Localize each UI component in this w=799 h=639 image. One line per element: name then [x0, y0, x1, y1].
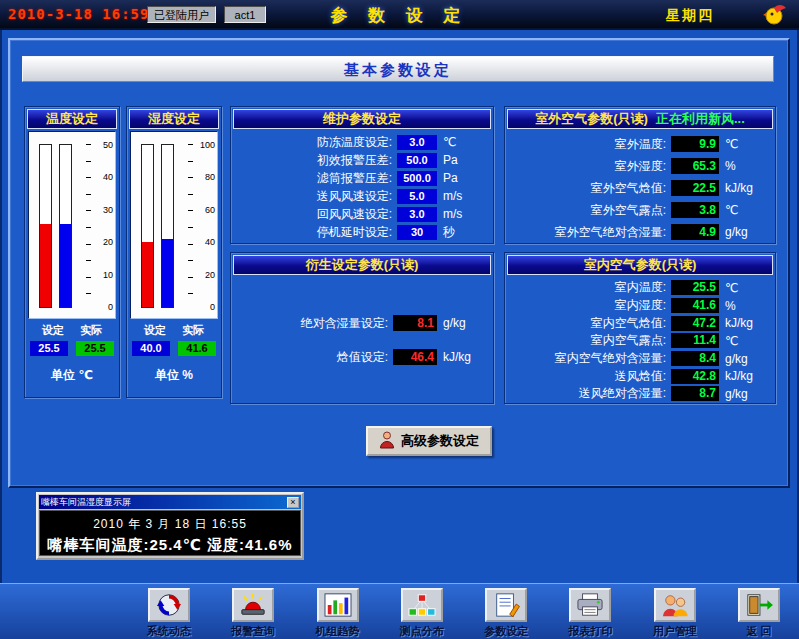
temperature-values: 25.5 25.5: [25, 341, 119, 356]
param-unit: g/kg: [437, 316, 489, 330]
param-label: 室外湿度:: [509, 158, 666, 175]
param-unit: %: [719, 299, 771, 313]
param-setpoint[interactable]: 3.0: [397, 207, 437, 222]
param-row: 滤筒报警压差: 500.0 Pa: [235, 169, 489, 187]
param-unit: ℃: [719, 203, 771, 217]
param-row: 防冻温度设定: 3.0 ℃: [235, 133, 489, 151]
param-readout: 42.8: [671, 369, 719, 384]
main-panel: 基本参数设定 温度设定 50 40 30 20 10 0 设定 实际: [8, 38, 790, 488]
param-label: 室外空气露点:: [509, 202, 666, 219]
param-unit: Pa: [437, 153, 489, 167]
person-icon: [379, 431, 395, 452]
param-unit: m/s: [437, 189, 489, 203]
param-unit: m/s: [437, 207, 489, 221]
param-unit: ℃: [719, 334, 771, 348]
users-icon: [654, 588, 696, 622]
param-setpoint[interactable]: 3.0: [397, 135, 437, 150]
parameter-form-icon: [485, 588, 527, 622]
param-label: 室内空气绝对含湿量:: [509, 350, 666, 367]
param-row: 送风绝对含湿量: 8.7 g/kg: [509, 385, 771, 403]
taskbar-button-system-status[interactable]: 系统动态: [136, 588, 202, 639]
logo-icon: [763, 3, 789, 31]
temperature-panel-title-text: 温度设定: [46, 109, 98, 129]
param-readout: 8.7: [671, 386, 719, 401]
topbar: 2010-3-18 16:59:25 已登陆用户 act1 参 数 设 定 星期…: [0, 0, 799, 30]
param-setpoint[interactable]: 5.0: [397, 189, 437, 204]
outdoor-panel: 室外空气参数(只读) 正在利用新风... 室外温度: 9.9 ℃ 室外湿度: 6…: [504, 106, 776, 244]
param-unit: ℃: [719, 137, 771, 151]
derived-panel: 衍生设定参数(只读) 绝对含湿量设定: 8.1 g/kg 焓值设定: 46.4 …: [230, 252, 494, 404]
param-label: 绝对含湿量设定:: [235, 315, 388, 332]
exit-door-icon: [738, 588, 780, 622]
taskbar-button-report-print[interactable]: 报表打印: [557, 588, 623, 639]
temperature-scale-ticks: [86, 144, 91, 308]
param-unit: %: [719, 159, 771, 173]
param-row: 初效报警压差: 50.0 Pa: [235, 151, 489, 169]
humidity-set-actual-labels: 设定 实际: [127, 323, 221, 338]
param-readout: 9.9: [671, 136, 719, 152]
param-readout: 25.5: [671, 280, 719, 295]
param-readout: 8.1: [393, 315, 437, 331]
param-label: 初效报警压差:: [235, 152, 392, 169]
param-label: 室内空气露点:: [509, 332, 666, 349]
taskbar-button-parameter-settings[interactable]: 参数设定: [473, 588, 539, 639]
param-setpoint[interactable]: 500.0: [397, 171, 437, 186]
param-readout: 4.9: [671, 224, 719, 240]
param-label: 室内湿度:: [509, 297, 666, 314]
system-dynamics-icon: [148, 588, 190, 622]
maintenance-rows: 防冻温度设定: 3.0 ℃ 初效报警压差: 50.0 Pa 滤筒报警压差: 50…: [235, 133, 489, 241]
param-row: 室内空气绝对含湿量: 8.4 g/kg: [509, 350, 771, 368]
param-row: 室内空气焓值: 47.2 kJ/kg: [509, 314, 771, 332]
taskbar-button-point-map[interactable]: 测点分布: [389, 588, 455, 639]
param-setpoint[interactable]: 30: [397, 225, 437, 240]
param-row: 室外温度: 9.9 ℃: [509, 133, 771, 155]
param-label: 滤筒报警压差:: [235, 170, 392, 187]
param-row: 室内温度: 25.5 ℃: [509, 279, 771, 297]
temperature-set-actual-labels: 设定 实际: [25, 323, 119, 338]
param-unit: kJ/kg: [719, 316, 771, 330]
popup-body: 2010 年 3 月 18 日 16:55 嘴棒车间温度:25.4℃ 湿度:41…: [39, 510, 301, 556]
param-setpoint[interactable]: 50.0: [397, 153, 437, 168]
param-label: 焓值设定:: [235, 349, 388, 366]
login-status-badge: 已登陆用户: [147, 6, 216, 23]
param-label: 防冻温度设定:: [235, 134, 392, 151]
indoor-rows: 室内温度: 25.5 ℃ 室内湿度: 41.6 % 室内空气焓值: 47.2 k…: [509, 279, 771, 401]
param-unit: g/kg: [719, 225, 771, 239]
humidity-panel: 湿度设定 100 80 60 40 20 0 设定 实际 40.0: [126, 106, 222, 398]
printer-icon: [569, 588, 611, 622]
param-unit: Pa: [437, 171, 489, 185]
taskbar-button-unit-trends[interactable]: 机组趋势: [305, 588, 371, 639]
temperature-gauge: 50 40 30 20 10 0: [28, 131, 116, 319]
advanced-params-button[interactable]: 高级参数设定: [366, 426, 492, 456]
temperature-panel-title: 温度设定: [27, 109, 117, 129]
param-label: 停机延时设定:: [235, 224, 392, 241]
param-row: 回风风速设定: 3.0 m/s: [235, 205, 489, 223]
param-unit: kJ/kg: [437, 350, 489, 364]
param-label: 室外空气绝对含湿量:: [509, 224, 666, 241]
alarm-icon: [232, 588, 274, 622]
taskbar: 系统动态 报警查询: [0, 583, 799, 639]
humidity-set-value[interactable]: 40.0: [132, 341, 170, 356]
humidity-actual-bar: [161, 144, 174, 308]
taskbar-button-return[interactable]: 返 回: [726, 588, 792, 639]
param-label: 送风焓值:: [509, 368, 666, 385]
popup-reading-line: 嘴棒车间温度:25.4℃ 湿度:41.6%: [40, 536, 300, 555]
param-row: 送风风速设定: 5.0 m/s: [235, 187, 489, 205]
taskbar-button-user-management[interactable]: 用户管理: [642, 588, 708, 639]
indoor-panel: 室内空气参数(只读) 室内温度: 25.5 ℃ 室内湿度: 41.6 % 室内空…: [504, 252, 776, 404]
account-badge: act1: [224, 6, 266, 23]
outdoor-rows: 室外温度: 9.9 ℃ 室外湿度: 65.3 % 室外空气焓值: 22.5 kJ…: [509, 133, 771, 241]
taskbar-buttons: 系统动态 报警查询: [136, 588, 792, 639]
temperature-set-value[interactable]: 25.5: [30, 341, 68, 356]
param-row: 送风焓值: 42.8 kJ/kg: [509, 367, 771, 385]
param-readout: 46.4: [393, 349, 437, 365]
param-readout: 41.6: [671, 298, 719, 313]
param-row: 室内湿度: 41.6 %: [509, 297, 771, 315]
humidity-scale: 100 80 60 40 20 0: [195, 140, 215, 312]
param-unit: 秒: [437, 224, 489, 241]
taskbar-button-alarm-query[interactable]: 报警查询: [220, 588, 286, 639]
close-icon[interactable]: ×: [287, 497, 299, 508]
param-unit: ℃: [719, 281, 771, 295]
param-row: 室外湿度: 65.3 %: [509, 155, 771, 177]
temperature-scale: 50 40 30 20 10 0: [93, 140, 113, 312]
